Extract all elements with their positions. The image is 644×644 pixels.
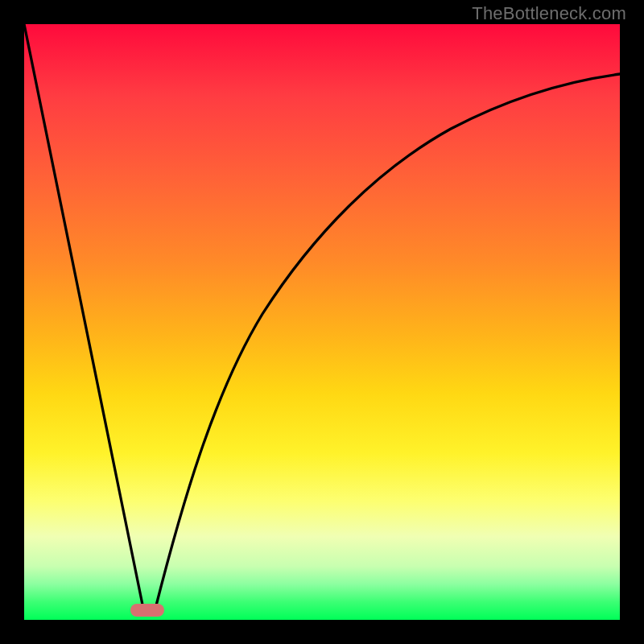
- plot-area: [24, 24, 620, 620]
- watermark-text: TheBottleneck.com: [472, 3, 626, 24]
- optimal-range-marker: [130, 604, 164, 617]
- curve-path: [24, 24, 620, 611]
- bottleneck-curve: [24, 24, 620, 620]
- chart-frame: TheBottleneck.com: [0, 0, 644, 644]
